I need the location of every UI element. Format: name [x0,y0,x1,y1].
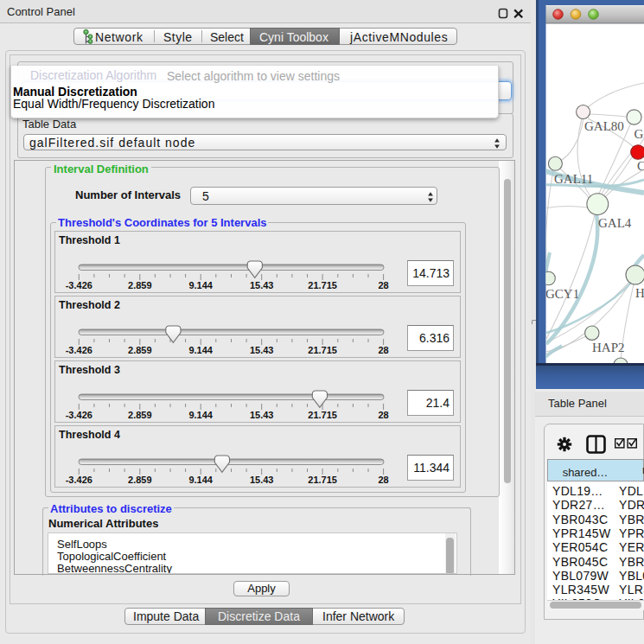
svg-text:21.715: 21.715 [308,410,337,420]
svg-text:-3.426: -3.426 [66,475,92,485]
svg-text:GA: GA [634,127,644,141]
svg-text:9.144: 9.144 [188,410,213,420]
svg-text:21.715: 21.715 [308,475,337,485]
svg-text:-3.426: -3.426 [66,410,92,420]
svg-text:2.859: 2.859 [128,410,152,420]
svg-text:15.43: 15.43 [250,475,274,485]
svg-text:2.859: 2.859 [128,345,152,355]
svg-text:9.144: 9.144 [188,280,213,290]
svg-text:2.859: 2.859 [128,280,152,290]
svg-text:9.144: 9.144 [188,345,213,355]
svg-text:21.715: 21.715 [308,280,337,290]
svg-text:9.144: 9.144 [188,475,213,485]
svg-text:15.43: 15.43 [250,410,274,420]
svg-text:GCY1: GCY1 [545,287,579,301]
svg-text:GAL11: GAL11 [554,172,593,186]
svg-text:28: 28 [378,345,388,355]
svg-text:2.859: 2.859 [128,475,152,485]
svg-text:-3.426: -3.426 [66,345,92,355]
svg-text:15.43: 15.43 [250,345,274,355]
svg-text:15.43: 15.43 [250,280,274,290]
svg-text:28: 28 [378,410,388,420]
svg-text:C: C [637,159,644,173]
svg-text:HAP2: HAP2 [592,341,625,354]
svg-text:GAL80: GAL80 [584,119,624,133]
svg-text:21.715: 21.715 [308,345,337,355]
svg-text:GAL4: GAL4 [598,216,632,230]
svg-text:28: 28 [378,280,388,290]
svg-text:-3.426: -3.426 [66,280,92,290]
svg-text:H: H [635,286,644,300]
svg-text:28: 28 [378,475,388,485]
